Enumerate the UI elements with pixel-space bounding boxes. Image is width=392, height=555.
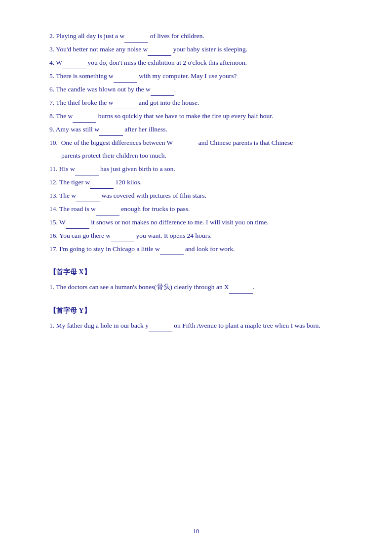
sentence-3: 3. You'd better not make any noise w you… — [49, 43, 353, 56]
sentence-5: 5. There is something w with my computer… — [49, 70, 353, 83]
blank-13 — [76, 189, 100, 202]
blank-6 — [151, 83, 174, 96]
sentence-15: 15. W it snows or not makes no differenc… — [49, 216, 353, 229]
blank-15 — [66, 216, 89, 229]
sentence-8: 8. The w burns so quickly that we have t… — [49, 110, 353, 123]
blank-11 — [75, 163, 99, 175]
section-x-header: 【首字母 X】 — [49, 266, 353, 279]
sentence-16: 16. You can go there w you want. It open… — [49, 229, 353, 242]
sentence-10a: 10. One of the biggest differences betwe… — [49, 136, 353, 149]
page-number: 10 — [193, 527, 199, 535]
sentence-13: 13. The w was covered with pictures of f… — [49, 189, 353, 202]
blank-8 — [73, 110, 96, 123]
blank-5 — [114, 70, 137, 83]
blank-14 — [96, 203, 119, 215]
sentence-2: 2. Playing all day is just a w of lives … — [49, 30, 353, 43]
sentence-17: 17. I'm going to stay in Chicago a littl… — [49, 243, 353, 256]
sentence-9: 9. Amy was still w after her illness. — [49, 123, 353, 136]
blank-3 — [148, 43, 171, 56]
blank-4 — [62, 56, 86, 69]
blank-x1 — [229, 281, 253, 294]
section-y-header: 【首字母 Y】 — [49, 304, 353, 317]
sentence-4: 4. W you do, don't miss the exhibition a… — [49, 56, 353, 69]
blank-7 — [113, 96, 137, 109]
blank-2 — [124, 30, 148, 43]
sentence-10b: parents protect their children too much. — [49, 150, 353, 162]
blank-9 — [99, 123, 123, 136]
sentence-14: 14. The road is w enough for trucks to p… — [49, 203, 353, 215]
blank-16 — [111, 229, 134, 242]
blank-y1 — [149, 319, 172, 332]
blank-12 — [90, 176, 114, 189]
blank-17 — [160, 243, 184, 256]
blank-10 — [173, 136, 196, 149]
section-y-sentence: 1. My father dug a hole in our back y on… — [49, 319, 353, 332]
sentence-11: 11. His w has just given birth to a son. — [49, 163, 353, 175]
sentence-12: 12. The tiger w 120 kilos. — [49, 176, 353, 189]
section-x-sentence: 1. The doctors can see a human's bones(骨… — [49, 281, 353, 294]
main-content: 2. Playing all day is just a w of lives … — [49, 30, 353, 332]
sentence-7: 7. The thief broke the w and got into th… — [49, 96, 353, 109]
sentence-6: 6. The candle was blown out by the w . — [49, 83, 353, 96]
